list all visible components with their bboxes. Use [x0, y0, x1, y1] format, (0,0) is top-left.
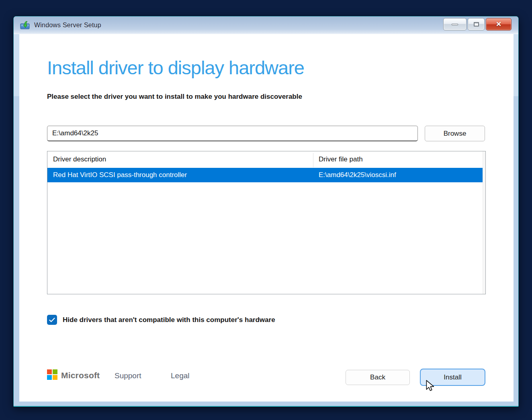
close-icon: ✕ — [496, 21, 501, 28]
window-controls: ✕ — [443, 18, 512, 31]
desktop: { "window": { "title": "Windows Server S… — [0, 0, 532, 420]
column-header-description[interactable]: Driver description — [47, 155, 313, 163]
minimize-icon — [452, 24, 458, 25]
page-title: Install driver to display hardware — [47, 57, 304, 79]
column-header-filepath[interactable]: Driver file path — [313, 155, 363, 163]
setup-window: Windows Server Setup ✕ Install driver to… — [13, 16, 519, 407]
title-bar[interactable]: Windows Server Setup ✕ — [14, 16, 518, 34]
scrollbar-track[interactable] — [483, 151, 485, 294]
driver-path-input[interactable] — [47, 126, 418, 141]
legal-link[interactable]: Legal — [171, 371, 190, 380]
minimize-button[interactable] — [443, 18, 467, 31]
window-title: Windows Server Setup — [34, 22, 101, 29]
microsoft-logo-icon — [47, 369, 58, 380]
hide-drivers-option: Hide drivers that aren't compatible with… — [47, 315, 275, 325]
driver-list: Driver description Driver file path Red … — [47, 151, 486, 294]
column-separator — [313, 153, 313, 167]
microsoft-wordmark: Microsoft — [61, 371, 100, 380]
install-button[interactable]: Install — [420, 369, 485, 386]
checkmark-icon — [49, 318, 55, 322]
driver-filepath-cell: E:\amd64\2k25\vioscsi.inf — [313, 171, 396, 179]
hide-drivers-label[interactable]: Hide drivers that aren't compatible with… — [63, 316, 275, 324]
hide-drivers-checkbox[interactable] — [47, 315, 57, 325]
maximize-icon — [474, 22, 479, 27]
page-subtitle: Please select the driver you want to ins… — [47, 93, 302, 101]
support-link[interactable]: Support — [115, 371, 141, 380]
close-button[interactable]: ✕ — [486, 18, 512, 31]
maximize-button[interactable] — [468, 18, 485, 31]
back-button[interactable]: Back — [346, 370, 410, 385]
driver-row-selected[interactable]: Red Hat VirtIO SCSI pass-through control… — [47, 168, 483, 182]
wizard-content: Install driver to display hardware Pleas… — [19, 34, 514, 402]
window-frame: Install driver to display hardware Pleas… — [14, 34, 518, 407]
driver-description-cell: Red Hat VirtIO SCSI pass-through control… — [47, 171, 313, 179]
driver-list-header: Driver description Driver file path — [47, 151, 485, 167]
setup-app-icon — [20, 21, 31, 30]
browse-button[interactable]: Browse — [425, 126, 485, 141]
